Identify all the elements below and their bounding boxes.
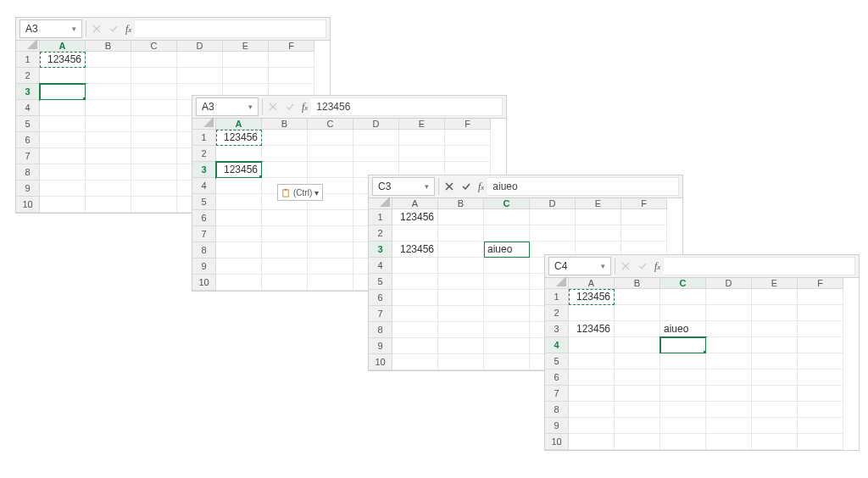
formula-input[interactable] <box>664 257 855 275</box>
cell[interactable] <box>752 353 798 370</box>
cell[interactable] <box>660 353 706 370</box>
cell[interactable] <box>131 52 177 68</box>
row-header[interactable]: 3 <box>369 242 392 258</box>
select-all-corner[interactable] <box>192 119 216 130</box>
cell[interactable] <box>569 305 615 321</box>
cell[interactable] <box>216 275 262 291</box>
select-all-corner[interactable] <box>369 198 392 209</box>
cell[interactable] <box>86 164 131 181</box>
cell[interactable] <box>131 100 177 116</box>
cell[interactable] <box>484 225 530 242</box>
column-header[interactable]: C <box>308 119 353 130</box>
cell[interactable] <box>392 258 438 274</box>
row-header[interactable]: 6 <box>192 210 216 226</box>
cell[interactable] <box>484 354 530 370</box>
cell[interactable] <box>131 116 177 132</box>
cell[interactable] <box>308 258 353 275</box>
column-header[interactable]: F <box>621 198 667 209</box>
cell[interactable] <box>752 370 798 386</box>
cell[interactable] <box>40 181 86 197</box>
cell[interactable] <box>798 321 843 337</box>
cell[interactable] <box>216 242 262 258</box>
cell[interactable] <box>40 132 86 148</box>
cell[interactable] <box>262 146 308 162</box>
column-header[interactable]: B <box>86 41 131 52</box>
column-header[interactable]: D <box>530 198 576 209</box>
cell[interactable] <box>798 370 843 386</box>
cell[interactable] <box>392 354 438 370</box>
cell[interactable] <box>706 353 752 370</box>
cell[interactable] <box>216 178 262 194</box>
column-header[interactable]: A <box>392 198 438 209</box>
cell[interactable] <box>131 148 177 164</box>
row-header[interactable]: 10 <box>16 197 40 213</box>
column-header[interactable]: D <box>177 41 223 52</box>
cell[interactable] <box>660 402 706 418</box>
cell[interactable] <box>269 52 314 68</box>
cell[interactable] <box>131 181 177 197</box>
cell[interactable] <box>445 146 491 162</box>
cell[interactable] <box>86 197 131 213</box>
cell[interactable] <box>569 418 615 434</box>
cell[interactable] <box>392 225 438 242</box>
cell[interactable] <box>752 321 798 337</box>
row-header[interactable]: 8 <box>369 322 392 338</box>
fx-icon[interactable]: fx <box>651 260 664 273</box>
cell[interactable] <box>798 305 843 321</box>
cell[interactable] <box>615 386 660 402</box>
cell[interactable] <box>223 52 269 68</box>
cell[interactable] <box>569 337 615 353</box>
cell[interactable] <box>308 242 353 258</box>
cell[interactable] <box>752 289 798 305</box>
cell[interactable] <box>40 197 86 213</box>
row-header[interactable]: 5 <box>545 353 569 370</box>
cell[interactable] <box>706 321 752 337</box>
cell[interactable] <box>706 289 752 305</box>
row-header[interactable]: 5 <box>192 194 216 210</box>
column-header[interactable]: A <box>40 41 86 52</box>
cell[interactable] <box>216 146 262 162</box>
cell[interactable] <box>177 68 223 84</box>
cell[interactable] <box>269 68 314 84</box>
cell[interactable] <box>216 210 262 226</box>
select-all-corner[interactable] <box>545 278 569 289</box>
cell[interactable] <box>660 370 706 386</box>
fx-icon[interactable]: fx <box>122 23 135 36</box>
row-header[interactable]: 7 <box>545 386 569 402</box>
column-header[interactable]: E <box>399 119 445 130</box>
row-header[interactable]: 8 <box>192 242 216 258</box>
column-header[interactable]: C <box>131 41 177 52</box>
cell[interactable] <box>438 322 484 338</box>
row-header[interactable]: 7 <box>369 306 392 322</box>
cell[interactable] <box>615 370 660 386</box>
cell[interactable] <box>262 130 308 146</box>
cell[interactable]: 123456 <box>569 321 615 337</box>
cell[interactable] <box>438 225 484 242</box>
cell[interactable] <box>752 418 798 434</box>
cell[interactable] <box>86 52 131 68</box>
cell[interactable] <box>445 130 491 146</box>
fx-icon[interactable]: fx <box>298 101 311 114</box>
cell[interactable] <box>569 386 615 402</box>
cell[interactable] <box>438 338 484 354</box>
row-header[interactable]: 8 <box>545 402 569 418</box>
cell[interactable] <box>484 209 530 225</box>
cell[interactable] <box>177 52 223 68</box>
cell[interactable]: 123456 <box>569 289 615 305</box>
name-box[interactable]: A3 ▾ <box>196 97 259 116</box>
cell[interactable] <box>308 146 353 162</box>
cell[interactable] <box>752 402 798 418</box>
cell[interactable] <box>706 370 752 386</box>
cell[interactable] <box>40 100 86 116</box>
cell[interactable] <box>308 226 353 242</box>
cell[interactable] <box>216 226 262 242</box>
cell[interactable] <box>262 242 308 258</box>
column-header[interactable]: A <box>569 278 615 289</box>
row-header[interactable]: 10 <box>545 434 569 450</box>
cell[interactable] <box>530 225 576 242</box>
cell[interactable] <box>660 434 706 450</box>
column-header[interactable]: D <box>353 119 399 130</box>
cell[interactable] <box>660 289 706 305</box>
cell[interactable] <box>615 353 660 370</box>
cell-grid[interactable]: ABCDEF112345623123456aiueo45678910 <box>545 278 859 450</box>
